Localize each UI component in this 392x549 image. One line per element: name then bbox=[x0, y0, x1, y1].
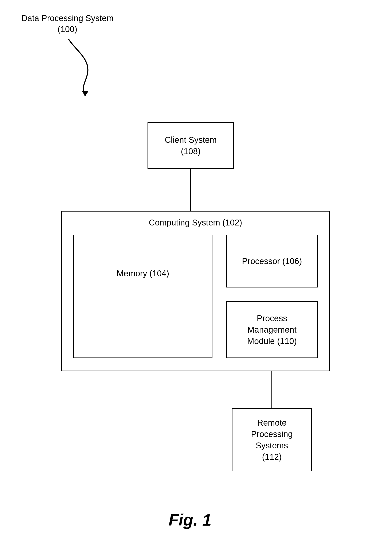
process-management-line1: Process bbox=[257, 313, 287, 324]
remote-processing-line1: Remote bbox=[257, 417, 287, 428]
process-management-box: Process Management Module (110) bbox=[226, 301, 318, 358]
figure-caption: Fig. 1 bbox=[168, 510, 212, 530]
process-management-line3: Module (110) bbox=[247, 335, 297, 347]
remote-processing-line2: Processing bbox=[251, 428, 293, 440]
processor-label: Processor (106) bbox=[242, 255, 302, 267]
processor-box: Processor (106) bbox=[226, 235, 318, 287]
computing-system-title: Computing System (102) bbox=[62, 218, 329, 227]
client-system-line1: Client System bbox=[165, 134, 217, 146]
computing-system-box: Computing System (102) Memory (104) Proc… bbox=[61, 211, 330, 371]
client-system-box: Client System (108) bbox=[147, 122, 234, 169]
remote-processing-box: Remote Processing Systems (112) bbox=[232, 408, 312, 471]
memory-box: Memory (104) bbox=[73, 235, 212, 358]
remote-processing-line3: Systems bbox=[256, 440, 288, 451]
remote-processing-line4: (112) bbox=[262, 451, 281, 463]
system-title-line1: Data Processing System bbox=[21, 14, 114, 23]
system-title-line2: (100) bbox=[57, 24, 77, 34]
client-system-line2: (108) bbox=[181, 146, 200, 157]
memory-label: Memory (104) bbox=[117, 268, 169, 279]
svg-marker-0 bbox=[82, 91, 89, 96]
system-title-label: Data Processing System (100) bbox=[13, 13, 122, 35]
process-management-line2: Management bbox=[247, 324, 296, 335]
